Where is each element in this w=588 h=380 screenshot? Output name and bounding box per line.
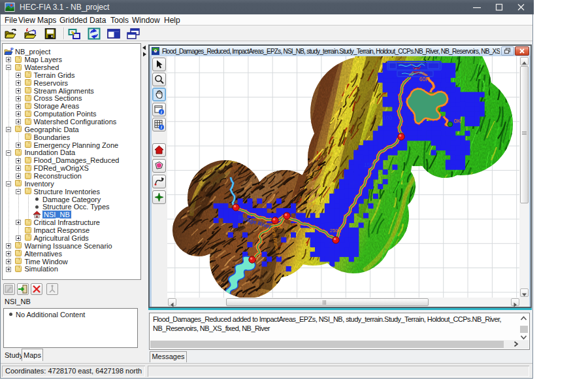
svg-text:P: P <box>10 48 14 52</box>
svg-text:60K: 60K <box>419 76 429 82</box>
svg-text:250K: 250K <box>330 228 342 233</box>
svg-text:i: i <box>161 110 162 114</box>
svg-text:0K: 0K <box>454 118 461 124</box>
svg-text:100: 100 <box>383 114 392 121</box>
svg-text:i: i <box>161 125 162 130</box>
svg-text:150: 150 <box>364 162 373 168</box>
svg-text:0k: 0k <box>278 225 283 230</box>
